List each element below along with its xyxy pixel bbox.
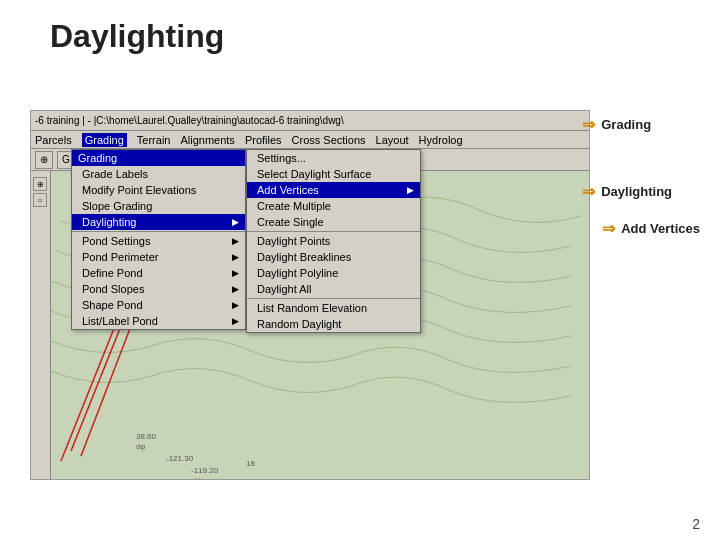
daylighting-annotation-arrow: ⇒ bbox=[582, 182, 595, 201]
menu-profiles[interactable]: Profiles bbox=[245, 134, 282, 146]
menu-item-modify-elevation[interactable]: Modify Point Elevations bbox=[72, 182, 245, 198]
toolbar-btn-1[interactable]: ⊕ bbox=[35, 151, 53, 169]
menu-terrain[interactable]: Terrain bbox=[137, 134, 171, 146]
menu-item-pond-slopes[interactable]: Pond Slopes ▶ bbox=[72, 281, 245, 297]
menu-item-daylight-all[interactable]: Daylight All bbox=[247, 281, 420, 297]
title-bar-path: -6 training | - |C:\home\Laurel.Qualley\… bbox=[31, 115, 348, 126]
menu-item-select-daylight[interactable]: Select Daylight Surface bbox=[247, 166, 420, 182]
grading-annotation: ⇒ Grading bbox=[582, 115, 700, 134]
svg-text:-121.30: -121.30 bbox=[166, 454, 194, 463]
menu-bar[interactable]: Parcels Grading Terrain Alignments Profi… bbox=[31, 131, 589, 149]
menu-item-daylight-points[interactable]: Daylight Points bbox=[247, 233, 420, 249]
menu-item-settings[interactable]: Settings... bbox=[247, 150, 420, 166]
grading-menu-header: Grading bbox=[72, 150, 245, 166]
menu-cross-sections[interactable]: Cross Sections bbox=[292, 134, 366, 146]
menu-item-create-single[interactable]: Create Single bbox=[247, 214, 420, 230]
left-panel: ⊕ ○ bbox=[31, 171, 51, 479]
menu-item-list-random-elevation[interactable]: List Random Elevation bbox=[247, 300, 420, 316]
list-label-pond-arrow: ▶ bbox=[232, 316, 239, 326]
tool-btn-2[interactable]: ○ bbox=[33, 193, 47, 207]
add-vertices-annotation-label: Add Vertices bbox=[621, 221, 700, 236]
menu-item-pond-settings[interactable]: Pond Settings ▶ bbox=[72, 233, 245, 249]
menu-item-grade-labels[interactable]: Grade Labels bbox=[72, 166, 245, 182]
tool-btn-1[interactable]: ⊕ bbox=[33, 177, 47, 191]
daylight-divider-2 bbox=[247, 298, 420, 299]
menu-hydrology[interactable]: Hydrolog bbox=[419, 134, 463, 146]
title-bar: -6 training | - |C:\home\Laurel.Qualley\… bbox=[31, 111, 589, 131]
menu-item-slope-grading[interactable]: Slope Grading bbox=[72, 198, 245, 214]
menu-item-daylight-polyline[interactable]: Daylight Polyline bbox=[247, 265, 420, 281]
menu-alignments[interactable]: Alignments bbox=[180, 134, 234, 146]
grading-menu[interactable]: Grading Grade Labels Modify Point Elevat… bbox=[71, 149, 246, 330]
shape-pond-arrow: ▶ bbox=[232, 300, 239, 310]
menu-item-add-vertices[interactable]: Add Vertices ▶ bbox=[247, 182, 420, 198]
menu-item-define-pond[interactable]: Define Pond ▶ bbox=[72, 265, 245, 281]
define-pond-arrow: ▶ bbox=[232, 268, 239, 278]
menu-parcels[interactable]: Parcels bbox=[35, 134, 72, 146]
menu-item-create-multiple[interactable]: Create Multiple bbox=[247, 198, 420, 214]
pond-perimeter-arrow: ▶ bbox=[232, 252, 239, 262]
page-number: 2 bbox=[692, 516, 700, 532]
menu-item-list-label-pond[interactable]: List/Label Pond ▶ bbox=[72, 313, 245, 329]
daylighting-arrow: ▶ bbox=[232, 217, 239, 227]
page-title: Daylighting bbox=[0, 0, 720, 65]
daylighting-annotation: ⇒ Daylighting bbox=[582, 182, 700, 201]
daylighting-submenu[interactable]: Settings... Select Daylight Surface Add … bbox=[246, 149, 421, 333]
add-vertices-annotation-arrow: ⇒ bbox=[602, 219, 615, 238]
add-vertices-arrow: ▶ bbox=[407, 185, 414, 195]
daylighting-annotation-label: Daylighting bbox=[601, 184, 672, 199]
add-vertices-annotation: ⇒ Add Vertices bbox=[602, 219, 700, 238]
pond-settings-arrow: ▶ bbox=[232, 236, 239, 246]
slide-container: -6 training | - |C:\home\Laurel.Qualley\… bbox=[30, 110, 590, 480]
annotations: ⇒ Grading ⇒ Daylighting ⇒ Add Vertices bbox=[582, 115, 700, 238]
menu-item-shape-pond[interactable]: Shape Pond ▶ bbox=[72, 297, 245, 313]
menu-item-pond-perimeter[interactable]: Pond Perimeter ▶ bbox=[72, 249, 245, 265]
grading-annotation-arrow: ⇒ bbox=[582, 115, 595, 134]
pond-slopes-arrow: ▶ bbox=[232, 284, 239, 294]
svg-text:dip: dip bbox=[136, 443, 145, 451]
svg-text:18: 18 bbox=[246, 459, 255, 468]
menu-layout[interactable]: Layout bbox=[376, 134, 409, 146]
svg-text:38.60: 38.60 bbox=[136, 432, 157, 441]
svg-text:-119.20: -119.20 bbox=[191, 466, 219, 475]
menu-item-random-daylight[interactable]: Random Daylight bbox=[247, 316, 420, 332]
daylight-divider-1 bbox=[247, 231, 420, 232]
menu-divider-1 bbox=[72, 231, 245, 232]
menu-item-daylighting[interactable]: Daylighting ▶ bbox=[72, 214, 245, 230]
grading-annotation-label: Grading bbox=[601, 117, 651, 132]
svg-text:oldraw: oldraw bbox=[191, 477, 213, 479]
menu-item-daylight-breaklines[interactable]: Daylight Breaklines bbox=[247, 249, 420, 265]
menu-grading[interactable]: Grading bbox=[82, 133, 127, 147]
